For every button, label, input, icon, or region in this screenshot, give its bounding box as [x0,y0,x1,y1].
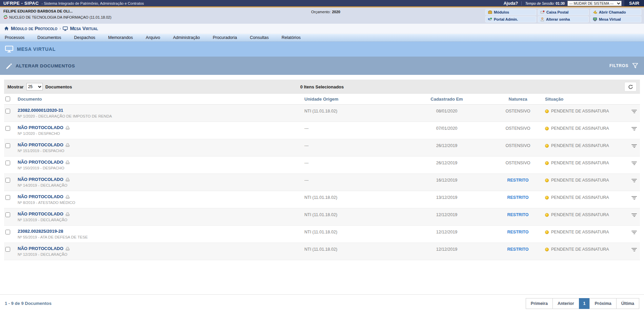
help-link[interactable]: Ajuda? [504,1,518,6]
cell-unidade-origem: --- [304,122,403,131]
row-options-icon[interactable] [630,230,638,235]
menu-item-procuradoria[interactable]: Procuradoria [213,35,237,40]
pagination-primeira[interactable]: Primeira [526,298,553,309]
menu-item-processos[interactable]: Processos [5,35,24,40]
quick-button-portal-admin-[interactable]: Portal Admin. [485,16,536,22]
cell-situacao: PENDENTE DE ASSINATURA [551,109,609,113]
pagination-pr-xima[interactable]: Próxima [589,298,616,309]
document-link[interactable]: 23082.000001/2020-31 [18,108,304,113]
page-size-select[interactable]: 25 [26,83,43,90]
row-checkbox[interactable] [5,161,10,165]
table-row: NÃO PROTOCOLADONº 150/2019 - DESPACHO---… [4,157,640,174]
document-count: 1 - 9 de 9 Documentos [5,301,52,306]
document-link[interactable]: NÃO PROTOCOLADO [18,142,304,147]
table-row: NÃO PROTOCOLADONº 8/2019 - ATESTADO MÉDI… [4,191,640,208]
document-number: NÃO PROTOCOLADO [18,211,63,216]
quick-button-mesa-virtual[interactable]: Mesa Virtual [590,16,641,22]
page-title: MESA VIRTUAL [17,46,56,52]
change-system-select[interactable]: --- MUDAR DE SISTEMA --- [567,1,622,6]
budget-info: Orçamento: 2020 [166,8,485,23]
menu-item-memorandos[interactable]: Memorandos [108,35,133,40]
show-label: Mostrar [7,84,24,89]
quick-button-label: Módulos [494,10,509,14]
cell-situacao: PENDENTE DE ASSINATURA [551,143,609,148]
document-link[interactable]: 23082.002825/2019-28 [18,229,304,234]
quick-button-label: Portal Admin. [494,17,518,21]
document-link[interactable]: NÃO PROTOCOLADO [18,211,304,216]
cell-cadastrado-em: 12/12/2019 [403,208,491,217]
cell-natureza[interactable]: RESTRITO [507,178,529,183]
status-pending-icon [545,213,549,217]
row-checkbox[interactable] [5,143,10,148]
cell-unidade-origem: NTI (11.01.18.02) [304,105,403,113]
pagination-1[interactable]: 1 [579,298,590,309]
quick-button-m-dulos[interactable]: Módulos [485,9,536,15]
document-link[interactable]: NÃO PROTOCOLADO [18,160,304,165]
menu-item-consultas[interactable]: Consultas [250,35,269,40]
row-options-icon[interactable] [630,195,638,201]
change-unit-icon[interactable] [3,15,8,19]
quick-button-abrir-chamado[interactable]: Abrir Chamado [590,9,641,15]
menu-item-relat-rios[interactable]: Relatórios [282,35,301,40]
document-rows: 23082.000001/2020-31Nº 1/2020 - DECLARAÇ… [4,105,640,260]
stamp-icon [65,160,70,164]
status-pending-icon [545,127,549,130]
row-options-icon[interactable] [630,247,638,252]
logout-button[interactable]: SAIR [624,0,644,6]
menu-item-administra-o[interactable]: Administração [173,35,200,40]
menu-item-documentos[interactable]: Documentos [37,35,61,40]
stamp-icon [65,143,70,147]
quick-button-alterar-senha[interactable]: Alterar senha [538,16,589,22]
pagination--ltima[interactable]: Última [616,298,639,309]
row-options-icon[interactable] [630,109,638,114]
breadcrumb-module[interactable]: Módulo de Protocolo [11,26,57,31]
row-checkbox[interactable] [5,178,10,183]
row-checkbox[interactable] [5,126,10,131]
cell-situacao: PENDENTE DE ASSINATURA [551,126,609,131]
user-name: FELIPE EDUARDO BARBOSA DE OLI... [3,9,166,13]
cell-situacao: PENDENTE DE ASSINATURA [551,161,609,165]
document-subtitle: Nº 13/2019 - DECLARAÇÃO [18,218,304,222]
row-checkbox[interactable] [5,109,10,113]
document-link[interactable]: NÃO PROTOCOLADO [18,125,304,130]
row-options-icon[interactable] [630,143,638,149]
home-icon [4,26,9,31]
cell-natureza[interactable]: RESTRITO [507,212,529,217]
document-subtitle: Nº 55/2019 - ATA DE DEFESA DE TESE [18,235,304,239]
pagination-anterior[interactable]: Anterior [552,298,579,309]
cell-natureza[interactable]: RESTRITO [507,195,529,200]
status-pending-icon [545,179,549,182]
cell-unidade-origem: NTI (11.01.18.02) [304,226,403,234]
desktop-icon [5,45,14,53]
row-checkbox[interactable] [5,195,10,200]
row-checkbox[interactable] [5,247,10,252]
filters-button[interactable]: FILTROS [609,62,639,69]
cell-unidade-origem: --- [304,174,403,183]
menu-item-despachos[interactable]: Despachos [74,35,96,40]
document-link[interactable]: NÃO PROTOCOLADO [18,194,304,199]
document-link[interactable]: NÃO PROTOCOLADO [18,177,304,182]
row-options-icon[interactable] [630,126,638,131]
row-options-icon[interactable] [630,212,638,218]
select-all-checkbox[interactable] [5,97,10,101]
row-options-icon[interactable] [630,161,638,166]
breadcrumb-page[interactable]: Mesa Virtual [70,26,98,31]
cell-natureza[interactable]: RESTRITO [507,247,529,252]
menu-item-arquivo[interactable]: Arquivo [146,35,160,40]
cell-natureza[interactable]: RESTRITO [507,230,529,234]
pagination: PrimeiraAnterior1PróximaÚltima [526,298,639,309]
row-checkbox[interactable] [5,212,10,217]
quick-button-caixa-postal[interactable]: Caixa Postal [538,9,589,15]
refresh-button[interactable] [624,82,637,91]
document-link[interactable]: NÃO PROTOCOLADO [18,246,304,251]
selected-items-count: 0 Itens Selecionados [4,84,640,89]
row-checkbox[interactable] [5,230,10,234]
document-number: NÃO PROTOCOLADO [18,125,63,130]
document-subtitle: Nº 8/2019 - ATESTADO MÉDICO [18,201,304,205]
row-options-icon[interactable] [630,178,638,183]
filter-funnel-icon [632,62,639,69]
user-unit-label: NUCLEO DE TECNOLOGIA DA INFORMAÇAO (11.0… [9,15,112,19]
breadcrumb-separator: › [59,26,61,31]
cell-cadastrado-em: 12/12/2019 [403,243,491,252]
document-subtitle: Nº 12/2019 - DECLARAÇÃO [18,252,304,256]
